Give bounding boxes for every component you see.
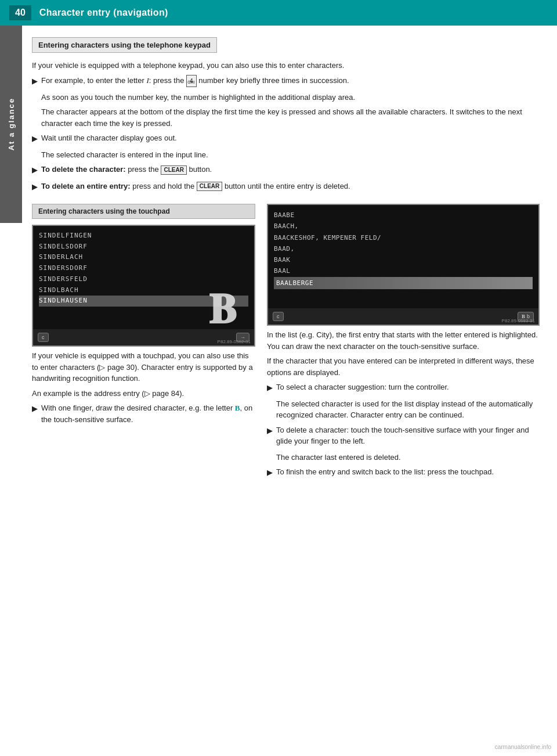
key-4-ghi: 4GHI (186, 75, 197, 87)
list-item-6: BAALBERGE (274, 277, 533, 289)
touchpad-list-item-1: SINDELSDORF (39, 242, 248, 253)
col-right-bullet1-arrow: ▶ (267, 382, 273, 394)
bullet-item-3: ▶ To delete the character: press the CLE… (32, 164, 540, 176)
touchpad-list-item-2: SINDERLACH (39, 252, 248, 263)
list-item-3: BAAD, (274, 243, 533, 254)
clear-key-2: CLEAR (197, 182, 222, 191)
list-bottom-bar: c 𝐁 b (268, 308, 538, 325)
bullet-arrow-4: ▶ (32, 181, 38, 193)
col-left-section-title: Entering characters using the touchpad (32, 204, 255, 219)
col-left-bullet-arrow: ▶ (32, 403, 38, 425)
clear-key-1: CLEAR (161, 165, 186, 175)
col-right-bullet2-arrow: ▶ (267, 425, 273, 447)
col-left-bullet-content: With one finger, draw the desired charac… (41, 402, 255, 425)
page-title: Character entry (navigation) (39, 8, 168, 18)
col-right-bullet2: ▶ To delete a character: touch the touch… (267, 424, 540, 447)
bullet-arrow-1: ▶ (32, 75, 38, 87)
list-items-container: BAABE BAACH, BAACKESHOF, KEMPENER FELD/ … (268, 205, 538, 294)
touchpad-ref: P82.89-0582-31 (218, 339, 251, 344)
touchpad-list-item-3: SINDERSDORF (39, 263, 248, 274)
touchpad-screenshot: SINDELFINGEN SINDELSDORF SINDERLACH SIND… (32, 225, 255, 347)
col-right-bullet2-content: To delete a character: touch the touch-s… (276, 424, 540, 447)
list-screenshot: BAABE BAACH, BAACKESHOF, KEMPENER FELD/ … (267, 204, 540, 326)
letter-B: B (235, 404, 240, 412)
col-right-para2: If the character that you have entered c… (267, 355, 540, 378)
bullet-item-4: ▶ To delete an entire entry: press and h… (32, 181, 540, 193)
list-ref: P82.89-0583-31 (502, 318, 535, 323)
touchpad-list-item-4: SINDERSFELD (39, 274, 248, 285)
touchpad-btn-left[interactable]: c (38, 333, 49, 342)
col-right-bullet3-arrow: ▶ (267, 467, 273, 478)
bullet4-label: To delete an entire entry: (41, 182, 131, 190)
col-right-bullet1-indent: The selected character is used for the l… (276, 398, 540, 421)
touchpad-list-item-0: SINDELFINGEN (39, 231, 248, 242)
bullet-arrow-3: ▶ (32, 164, 38, 176)
letter-I: I (146, 76, 149, 85)
list-item-5: BAAL (274, 265, 533, 276)
col-right-bullet3-content: To finish the entry and switch back to t… (276, 466, 540, 478)
bullet-arrow-2: ▶ (32, 133, 38, 145)
list-item-0: BAABE (274, 210, 533, 221)
list-btn-left[interactable]: c (273, 312, 284, 321)
section1-title: Entering characters using the telephone … (32, 37, 217, 53)
col-right-bullet1: ▶ To select a character suggestion: turn… (267, 381, 540, 394)
header-bar: 40 Character entry (navigation) (0, 0, 557, 26)
bullet3-label: To delete the character: (41, 165, 126, 174)
bullet-content-2: Wait until the character display goes ou… (41, 132, 540, 145)
bullet1-indent2: The character appears at the bottom of t… (41, 106, 540, 129)
page-number: 40 (9, 5, 31, 20)
bullet-content-1: For example, to enter the letter I: pres… (41, 75, 540, 87)
bullet-item-1: ▶ For example, to enter the letter I: pr… (32, 75, 540, 87)
bullet1-indent1: As soon as you touch the number key, the… (41, 92, 540, 103)
col-right: BAABE BAACH, BAACKESHOF, KEMPENER FELD/ … (267, 204, 540, 483)
list-item-4: BAAK (274, 254, 533, 265)
two-column-section: Entering characters using the touchpad S… (32, 204, 540, 483)
col-left-para1: If your vehicle is equipped with a touch… (32, 350, 255, 384)
col-left: Entering characters using the touchpad S… (32, 204, 255, 483)
col-right-bullet1-content: To select a character suggestion: turn t… (276, 381, 540, 394)
col-right-bullet3: ▶ To finish the entry and switch back to… (267, 466, 540, 478)
bullet-content-4: To delete an entire entry: press and hol… (41, 181, 540, 193)
bullet-content-3: To delete the character: press the CLEAR… (41, 164, 540, 176)
touchpad-big-letter: 𝐁 (209, 286, 237, 334)
list-item-1: BAACH, (274, 221, 533, 232)
bullet2-indent1: The selected character is entered in the… (41, 149, 540, 161)
watermark: carmanualsonline.info (495, 744, 551, 750)
bullet-item-2: ▶ Wait until the character display goes … (32, 132, 540, 145)
col-right-bullet2-indent: The character last entered is deleted. (276, 452, 540, 463)
col-left-para2: An example is the address entry (▷ page … (32, 388, 255, 399)
section1-intro: If your vehicle is equipped with a telep… (32, 60, 540, 71)
page-content: Entering characters using the telephone … (0, 26, 557, 501)
col-left-bullet1: ▶ With one finger, draw the desired char… (32, 402, 255, 425)
col-right-para1: In the list (e.g. City), the first entry… (267, 329, 540, 352)
list-item-2: BAACKESHOF, KEMPENER FELD/ (274, 232, 533, 243)
